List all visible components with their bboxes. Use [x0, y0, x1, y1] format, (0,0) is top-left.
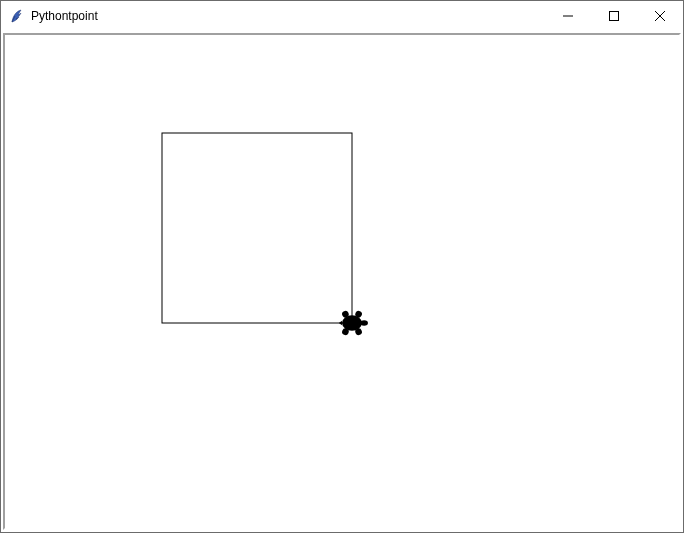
minimize-button[interactable] — [545, 1, 591, 31]
svg-rect-0 — [610, 12, 619, 21]
feather-icon — [9, 8, 25, 24]
svg-point-1 — [342, 315, 362, 330]
turtle-cursor-icon — [339, 310, 368, 336]
canvas-frame — [3, 33, 681, 530]
window: Pythontpoint — [0, 0, 684, 533]
close-button[interactable] — [637, 1, 683, 31]
svg-point-2 — [360, 320, 368, 326]
client-area — [1, 31, 683, 532]
window-title: Pythontpoint — [31, 9, 98, 23]
titlebar-left: Pythontpoint — [1, 8, 98, 24]
window-controls — [545, 1, 683, 31]
maximize-button[interactable] — [591, 1, 637, 31]
turtle-canvas — [5, 35, 679, 528]
turtle-square — [162, 133, 352, 323]
titlebar: Pythontpoint — [1, 1, 683, 31]
